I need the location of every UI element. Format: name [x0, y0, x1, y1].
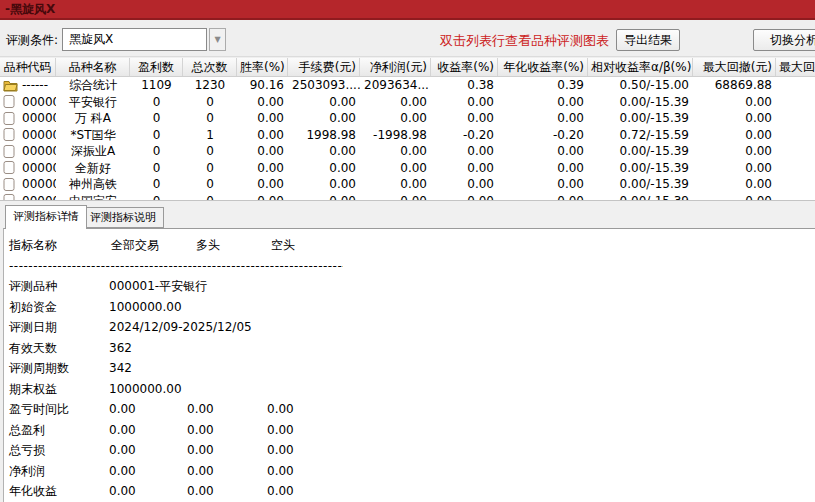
column-header-return[interactable]: 收益率(%) — [431, 58, 498, 76]
fee-value: 0.00 — [288, 193, 360, 201]
stock-name: 万 科A — [56, 110, 130, 127]
document-icon — [3, 161, 16, 174]
code-cell: 000007 — [0, 160, 56, 177]
drawdown-value: 0.00 — [693, 94, 776, 111]
indicator-value-short — [267, 379, 815, 400]
column-header-alphabeta[interactable]: 相对收益率α/β(%) — [588, 58, 693, 76]
annual-value: 0.00 — [498, 143, 588, 160]
winrate-value: 0.00 — [237, 193, 288, 201]
indicator-label: 净利润 — [9, 461, 109, 482]
annual-value: 0.00 — [498, 160, 588, 177]
detail-row: 年化收益 0.00 0.00 0.00 — [9, 481, 815, 502]
indicator-value-all: 0.00 — [109, 399, 187, 420]
column-header-name[interactable]: 品种名称 — [56, 58, 130, 76]
fee-value: 1998.98 — [288, 127, 360, 144]
stock-name: 平安银行 — [56, 94, 130, 111]
drawdown-pct-value — [776, 176, 815, 193]
drawdown-value: 0.00 — [693, 176, 776, 193]
document-icon — [3, 128, 16, 141]
winrate-value: 0.00 — [237, 160, 288, 177]
fee-value: 0.00 — [288, 176, 360, 193]
total-value: 0 — [183, 143, 237, 160]
indicator-value-short — [267, 338, 815, 359]
netprofit-value: 0.00 — [360, 160, 431, 177]
drawdown-value: 0.00 — [693, 143, 776, 160]
indicator-value-all: 1000000.00 — [109, 379, 187, 400]
drawdown-pct-value — [776, 110, 815, 127]
indicator-value-all: 342 — [109, 358, 187, 379]
alphabeta-value: 0.72/-15.59 — [588, 127, 693, 144]
netprofit-value: 0.00 — [360, 176, 431, 193]
table-row[interactable]: 000001 平安银行 0 0 0.00 0.00 0.00 0.00 0.00… — [0, 94, 815, 111]
title-bar: -黑旋风X — [0, 0, 815, 20]
table-row[interactable]: 000002 万 科A 0 0 0.00 0.00 0.00 0.00 0.00… — [0, 110, 815, 127]
document-icon — [3, 95, 16, 108]
double-click-hint: 双击列表行查看品种评测图表 — [440, 32, 609, 50]
indicator-label: 评测日期 — [9, 317, 109, 338]
wins-value: 0 — [130, 176, 183, 193]
detail-header-row: 指标名称 全部交易 多头 空头 — [9, 233, 815, 257]
indicator-value-long: 0.00 — [187, 440, 267, 461]
code-cell: 000006 — [0, 143, 56, 160]
column-header-netprofit[interactable]: 净利润(元) — [360, 58, 431, 76]
drawdown-pct-value — [776, 77, 815, 94]
table-row[interactable]: ------ 综合统计 1109 1230 90.16 2503093.... … — [0, 77, 815, 94]
switch-analysis-button[interactable]: 切换分析图 — [753, 29, 815, 51]
indicator-value-long — [187, 317, 267, 338]
table-row[interactable]: 000004 *ST国华 0 1 0.00 1998.98 -1998.98 -… — [0, 127, 815, 144]
indicator-label: 评测品种 — [9, 276, 109, 297]
return-value: 0.00 — [431, 143, 498, 160]
detail-row: 总盈利 0.00 0.00 0.00 — [9, 420, 815, 441]
column-header-fee[interactable]: 手续费(元) — [288, 58, 360, 76]
tab-indicator-description[interactable]: 评测指标说明 — [82, 207, 164, 228]
detail-row: 期末权益 1000000.00 — [9, 379, 815, 400]
column-header-annual[interactable]: 年化收益率(%) — [498, 58, 588, 76]
detail-row: 评测日期 2024/12/09-2025/12/05 — [9, 317, 815, 338]
indicator-value-short: 0.00 — [267, 481, 815, 502]
code-cell: 000004 — [0, 127, 56, 144]
alphabeta-value: 0.00/-15.39 — [588, 143, 693, 160]
stock-code: 000002 — [22, 110, 56, 127]
winrate-value: 90.16 — [237, 77, 288, 94]
netprofit-value: 0.00 — [360, 94, 431, 111]
alphabeta-value: 0.00/-15.39 — [588, 176, 693, 193]
table-row[interactable]: 000007 全新好 0 0 0.00 0.00 0.00 0.00 0.00 … — [0, 160, 815, 177]
column-header-total[interactable]: 总次数 — [183, 58, 237, 76]
column-header-code[interactable]: 品种代码 — [0, 58, 56, 76]
indicator-value-all: 362 — [109, 338, 187, 359]
column-header-winrate[interactable]: 胜率(%) — [237, 58, 288, 76]
column-header-wins[interactable]: 盈利数 — [130, 58, 183, 76]
indicator-value-all: 000001-平安银行 — [109, 276, 187, 297]
chevron-down-icon[interactable]: ▼ — [209, 28, 226, 51]
column-header-drawdown[interactable]: 最大回撤(元) — [693, 58, 776, 76]
total-value: 0 — [183, 160, 237, 177]
detail-header-short: 空头 — [271, 233, 815, 257]
indicator-value-long: 0.00 — [187, 481, 267, 502]
table-row[interactable]: 000009 中国宝安 0 0 0.00 0.00 0.00 0.00 0.00… — [0, 193, 815, 201]
export-results-button[interactable]: 导出结果 — [616, 29, 680, 51]
column-header-drawdown-pct[interactable]: 最大回撤(%) — [776, 58, 815, 76]
stock-code: 000006 — [22, 143, 56, 160]
indicator-value-short — [267, 297, 815, 318]
drawdown-pct-value — [776, 94, 815, 111]
tab-indicator-details[interactable]: 评测指标详情 — [5, 205, 87, 229]
condition-combobox[interactable]: 黑旋风X — [62, 28, 207, 51]
netprofit-value: 0.00 — [360, 143, 431, 160]
indicator-value-long — [187, 358, 267, 379]
indicator-value-all: 2024/12/09-2025/12/05 — [109, 317, 187, 338]
drawdown-value: 0.00 — [693, 160, 776, 177]
wins-value: 0 — [130, 127, 183, 144]
results-table: 品种代码 品种名称 盈利数 总次数 胜率(%) 手续费(元) 净利润(元) 收益… — [0, 58, 815, 200]
indicator-value-short — [267, 317, 815, 338]
table-row[interactable]: 000008 神州高铁 0 0 0.00 0.00 0.00 0.00 0.00… — [0, 176, 815, 193]
wins-value: 0 — [130, 94, 183, 111]
table-row[interactable]: 000006 深振业A 0 0 0.00 0.00 0.00 0.00 0.00… — [0, 143, 815, 160]
indicator-value-long — [187, 379, 267, 400]
winrate-value: 0.00 — [237, 127, 288, 144]
detail-header-all: 全部交易 — [111, 233, 196, 257]
indicator-value-long — [187, 338, 267, 359]
alphabeta-value: 0.00/-15.39 — [588, 160, 693, 177]
annual-value: -0.20 — [498, 127, 588, 144]
stock-name: 深振业A — [56, 143, 130, 160]
detail-row: 总亏损 0.00 0.00 0.00 — [9, 440, 815, 461]
